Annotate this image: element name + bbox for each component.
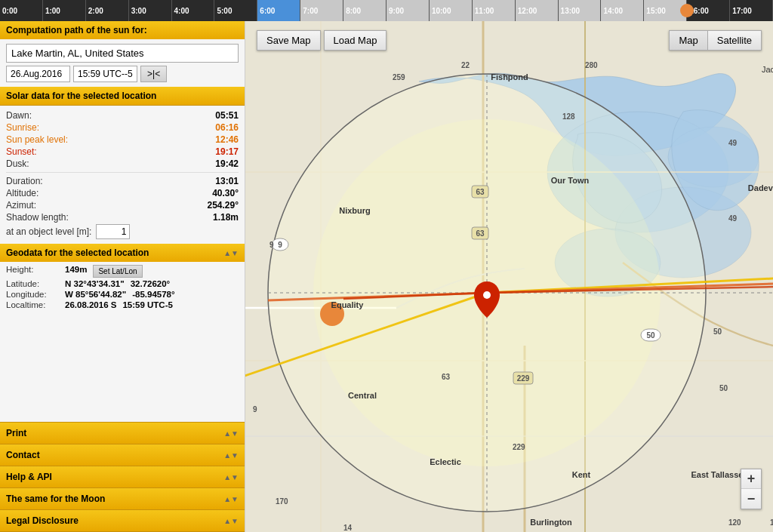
timeline-hour-0[interactable]: 0:00 <box>0 0 43 21</box>
timeline-hour-6[interactable]: 6:00 <box>257 0 300 21</box>
svg-text:120: 120 <box>728 518 741 527</box>
sunset-value: 19:17 <box>215 146 239 157</box>
svg-text:50: 50 <box>713 328 722 336</box>
svg-text:22: 22 <box>461 61 470 69</box>
menu-item-contact[interactable]: Contact ▲▼ <box>0 444 245 466</box>
height-label: Height: <box>6 265 59 278</box>
altitude-label: Altitude: <box>6 188 38 198</box>
timeline-hour-8[interactable]: 8:00 <box>343 0 386 21</box>
svg-text:170: 170 <box>276 497 288 506</box>
azimut-label: Azimut: <box>6 200 36 211</box>
lon-label: Longitude: <box>6 290 59 299</box>
svg-text:128: 128 <box>562 112 575 121</box>
legal-chevron-icon: ▲▼ <box>223 517 239 525</box>
save-map-button[interactable]: Save Map <box>257 30 321 51</box>
dawn-label: Dawn: <box>6 110 32 121</box>
map-zoom-controls: + − <box>741 469 762 509</box>
geodata-title: Geodata for the selected location <box>6 248 149 258</box>
svg-text:63: 63 <box>442 373 451 381</box>
solar-row-sunset: Sunset: 19:17 <box>6 146 239 157</box>
timeline-hour-14[interactable]: 14:00 <box>601 0 644 21</box>
peak-label: Sun peak level: <box>6 134 68 145</box>
timeline-hour-3[interactable]: 3:00 <box>129 0 172 21</box>
lat-label: Latitude: <box>6 279 59 288</box>
geodata-chevron-icon: ▲▼ <box>223 249 239 257</box>
svg-text:Nixburg: Nixburg <box>339 206 371 215</box>
sidebar: Computation path of the sun for: >|< Sol… <box>0 21 245 532</box>
map-svg: 63 63 9 229 50 Fishpond Our Town Nixburg… <box>245 21 773 532</box>
main-content: Computation path of the sun for: >|< Sol… <box>0 21 773 532</box>
menu-print-label: Print <box>6 428 26 438</box>
zoom-in-button[interactable]: + <box>741 469 761 489</box>
timeline[interactable]: 0:001:002:003:004:005:006:007:008:009:00… <box>0 0 773 21</box>
svg-text:Our Town: Our Town <box>551 176 590 185</box>
svg-text:Dadeville: Dadeville <box>748 183 773 192</box>
svg-text:Central: Central <box>348 391 377 400</box>
map-area[interactable]: 63 63 9 229 50 Fishpond Our Town Nixburg… <box>245 21 773 532</box>
svg-text:50: 50 <box>719 384 728 392</box>
object-level-label: at an object level [m]: <box>6 226 91 237</box>
timeline-hour-10[interactable]: 10:00 <box>430 0 473 21</box>
menu-item-print[interactable]: Print ▲▼ <box>0 422 245 444</box>
timeline-hour-4[interactable]: 4:00 <box>172 0 215 21</box>
sunrise-label: Sunrise: <box>6 122 39 133</box>
help-chevron-icon: ▲▼ <box>223 473 239 481</box>
geodata-lat-row: Latitude: N 32°43'34.31" 32.72620° <box>6 279 239 288</box>
timeline-hour-12[interactable]: 12:00 <box>516 0 559 21</box>
solar-row-duration: Duration: 13:01 <box>6 176 239 186</box>
timeline-hour-9[interactable]: 9:00 <box>386 0 430 21</box>
timeline-hour-17[interactable]: 17:00 <box>730 0 773 21</box>
lat-dms-value: N 32°43'34.31" <box>65 279 125 288</box>
timeline-hour-13[interactable]: 13:00 <box>559 0 602 21</box>
svg-text:49: 49 <box>728 214 738 223</box>
sunset-label: Sunset: <box>6 146 37 157</box>
altitude-value: 40.30° <box>212 188 239 198</box>
map-type-map-button[interactable]: Map <box>670 31 707 50</box>
shadow-label: Shadow length: <box>6 212 69 223</box>
height-value: 149m <box>65 265 87 278</box>
date-input[interactable] <box>6 66 70 82</box>
solar-row-altitude: Altitude: 40.30° <box>6 188 239 198</box>
time-input[interactable] <box>73 66 137 82</box>
load-map-button[interactable]: Load Map <box>324 30 387 51</box>
timeline-marker[interactable] <box>680 4 694 17</box>
menu-item-legal[interactable]: Legal Disclosure ▲▼ <box>0 509 245 532</box>
svg-text:Jacks: Jacks <box>762 65 773 74</box>
svg-text:9: 9 <box>269 241 274 249</box>
svg-text:63: 63 <box>476 229 485 238</box>
svg-text:63: 63 <box>476 188 485 196</box>
svg-text:Equality: Equality <box>331 300 365 309</box>
solar-section-title: Solar data for the selected location <box>0 87 245 106</box>
svg-text:50: 50 <box>646 331 655 340</box>
timeline-hour-5[interactable]: 5:00 <box>214 0 257 21</box>
center-button[interactable]: >|< <box>140 66 167 82</box>
bottom-menu: Print ▲▼ Contact ▲▼ Help & API ▲▼ The sa… <box>0 314 245 532</box>
geodata-header: Geodata for the selected location ▲▼ <box>0 244 245 262</box>
lon-dec-value: -85.94578° <box>132 290 174 299</box>
svg-text:49: 49 <box>728 139 738 147</box>
timeline-hour-1[interactable]: 1:00 <box>43 0 86 21</box>
location-input[interactable] <box>6 44 239 63</box>
svg-point-25 <box>483 291 491 299</box>
solar-row-sunrise: Sunrise: 06:16 <box>6 122 239 133</box>
dusk-value: 19:42 <box>215 158 239 169</box>
svg-text:120: 120 <box>770 518 773 527</box>
solar-row-dawn: Dawn: 05:51 <box>6 110 239 121</box>
svg-text:Eclectic: Eclectic <box>430 457 461 466</box>
svg-text:Burlington: Burlington <box>530 518 572 527</box>
timeline-hour-11[interactable]: 11:00 <box>473 0 516 21</box>
duration-value: 13:01 <box>215 176 239 186</box>
timeline-hour-2[interactable]: 2:00 <box>86 0 129 21</box>
menu-item-help[interactable]: Help & API ▲▼ <box>0 466 245 487</box>
set-latlon-button[interactable]: Set Lat/Lon <box>93 265 142 278</box>
map-type-satellite-button[interactable]: Satellite <box>708 31 761 50</box>
timeline-hour-7[interactable]: 7:00 <box>300 0 343 21</box>
zoom-out-button[interactable]: − <box>741 489 761 509</box>
computation-title: Computation path of the sun for: <box>6 25 147 35</box>
svg-text:East Tallassee: East Tallassee <box>691 470 747 479</box>
timeline-track[interactable]: 0:001:002:003:004:005:006:007:008:009:00… <box>0 0 773 21</box>
object-level-input[interactable] <box>96 224 130 239</box>
svg-text:229: 229 <box>517 374 530 383</box>
svg-text:Fishpond: Fishpond <box>491 72 528 81</box>
menu-item-moon[interactable]: The same for the Moon ▲▼ <box>0 487 245 509</box>
